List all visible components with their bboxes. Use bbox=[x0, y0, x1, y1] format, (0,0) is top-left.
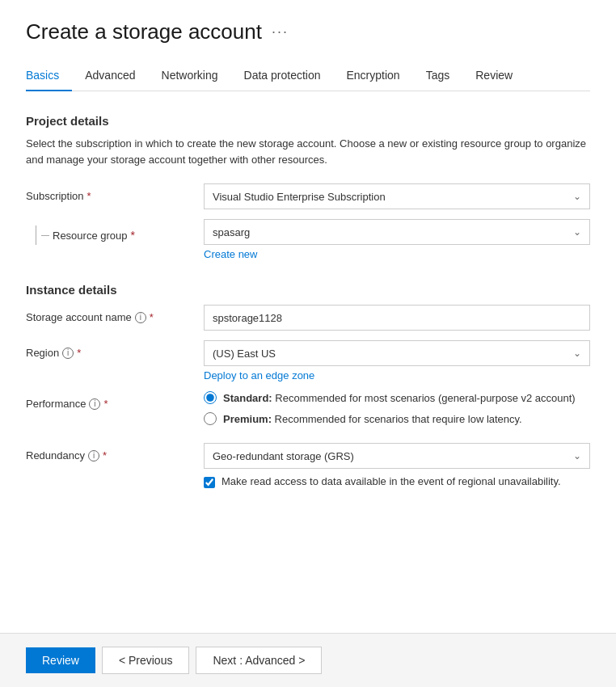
redundancy-row: Redundancy i * Geo-redundant storage (GR… bbox=[26, 443, 590, 488]
create-new-link[interactable]: Create new bbox=[204, 248, 257, 260]
previous-button[interactable]: < Previous bbox=[102, 647, 190, 674]
subscription-required: * bbox=[87, 190, 91, 202]
performance-premium-row: Premium: Recommended for scenarios that … bbox=[204, 412, 590, 425]
tab-review[interactable]: Review bbox=[462, 61, 525, 91]
region-required: * bbox=[77, 347, 81, 359]
tab-networking[interactable]: Networking bbox=[149, 61, 231, 91]
project-details-title: Project details bbox=[26, 114, 590, 128]
tab-basics[interactable]: Basics bbox=[26, 61, 72, 91]
storage-name-info-icon[interactable]: i bbox=[135, 312, 146, 323]
resource-group-chevron-icon: ⌄ bbox=[573, 226, 581, 238]
resource-group-label: Resource group bbox=[53, 230, 128, 242]
subscription-row: Subscription * Visual Studio Enterprise … bbox=[26, 183, 590, 209]
subscription-control: Visual Studio Enterprise Subscription ⌄ bbox=[204, 183, 590, 209]
page-title-ellipsis: ··· bbox=[272, 23, 289, 40]
tabs-container: Basics Advanced Networking Data protecti… bbox=[26, 61, 590, 91]
region-control: (US) East US ⌄ Deploy to an edge zone bbox=[204, 340, 590, 381]
performance-premium-radio[interactable] bbox=[204, 412, 217, 425]
read-access-row: Make read access to data available in th… bbox=[204, 475, 590, 488]
performance-row: Performance i * Standard: Recommended fo… bbox=[26, 391, 590, 433]
region-chevron-icon: ⌄ bbox=[573, 348, 581, 359]
redundancy-label: Redundancy i * bbox=[26, 443, 204, 462]
subscription-chevron-icon: ⌄ bbox=[573, 191, 581, 202]
redundancy-dropdown[interactable]: Geo-redundant storage (GRS) ⌄ bbox=[204, 443, 590, 469]
resource-group-dropdown[interactable]: spasarg ⌄ bbox=[204, 219, 590, 245]
region-label: Region i * bbox=[26, 340, 204, 359]
performance-standard-label: Standard: Recommended for most scenarios… bbox=[223, 392, 576, 404]
tab-encryption[interactable]: Encryption bbox=[334, 61, 413, 91]
performance-standard-row: Standard: Recommended for most scenarios… bbox=[204, 391, 590, 404]
performance-label: Performance i * bbox=[26, 391, 204, 410]
redundancy-required: * bbox=[103, 449, 107, 462]
tab-data-protection[interactable]: Data protection bbox=[231, 61, 334, 91]
next-button[interactable]: Next : Advanced > bbox=[196, 647, 322, 674]
storage-name-control bbox=[204, 305, 590, 331]
region-row: Region i * (US) East US ⌄ Deploy to an e… bbox=[26, 340, 590, 381]
project-details-description: Select the subscription in which to crea… bbox=[26, 136, 590, 167]
storage-name-label: Storage account name i * bbox=[26, 305, 204, 323]
performance-standard-radio[interactable] bbox=[204, 391, 217, 404]
instance-details-title: Instance details bbox=[26, 283, 590, 297]
deploy-edge-link[interactable]: Deploy to an edge zone bbox=[204, 369, 314, 381]
read-access-label: Make read access to data available in th… bbox=[222, 475, 561, 487]
storage-name-row: Storage account name i * bbox=[26, 305, 590, 331]
redundancy-info-icon[interactable]: i bbox=[88, 450, 99, 462]
footer: Review < Previous Next : Advanced > bbox=[0, 633, 616, 687]
performance-info-icon[interactable]: i bbox=[89, 398, 100, 410]
subscription-dropdown[interactable]: Visual Studio Enterprise Subscription ⌄ bbox=[204, 183, 590, 209]
tab-tags[interactable]: Tags bbox=[413, 61, 463, 91]
redundancy-chevron-icon: ⌄ bbox=[573, 450, 581, 462]
read-access-checkbox[interactable] bbox=[204, 477, 215, 488]
performance-control: Standard: Recommended for most scenarios… bbox=[204, 391, 590, 433]
region-dropdown[interactable]: (US) East US ⌄ bbox=[204, 340, 590, 366]
page-title: Create a storage account bbox=[26, 19, 262, 44]
subscription-label: Subscription * bbox=[26, 183, 204, 202]
storage-name-required: * bbox=[150, 311, 154, 323]
redundancy-control: Geo-redundant storage (GRS) ⌄ Make read … bbox=[204, 443, 590, 488]
region-info-icon[interactable]: i bbox=[62, 348, 74, 359]
tab-advanced[interactable]: Advanced bbox=[72, 61, 148, 91]
resource-group-control: spasarg ⌄ Create new bbox=[204, 219, 590, 260]
review-button[interactable]: Review bbox=[26, 647, 95, 673]
performance-premium-label: Premium: Recommended for scenarios that … bbox=[223, 413, 522, 425]
resource-group-required: * bbox=[131, 229, 135, 242]
performance-required: * bbox=[103, 398, 108, 410]
storage-name-input[interactable] bbox=[204, 305, 590, 331]
